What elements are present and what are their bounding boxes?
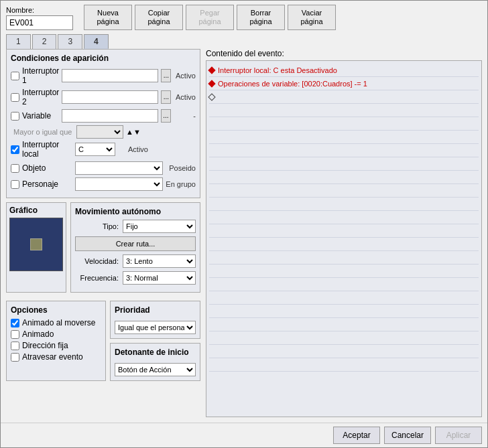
interruptor-local-label: Interruptor local: [22, 140, 72, 159]
tabs-bar: 1 2 3 4: [1, 30, 487, 49]
tab-3[interactable]: 3: [58, 34, 82, 49]
interruptor1-dots-button[interactable]: ...: [161, 69, 171, 82]
interruptor2-row: Interruptor 2 ... Activo: [11, 88, 196, 106]
detonante-select[interactable]: Botón de Acción Al contacto con el jugad…: [115, 363, 196, 376]
bottom-sections: Gráfico Movimiento autónomo Tipo: Fijo A…: [6, 202, 200, 293]
tipo-select[interactable]: Fijo Aleatorio Vertical Horizontal: [123, 220, 196, 233]
crear-ruta-button[interactable]: Crear ruta...: [75, 236, 196, 251]
diamond-icon-2: [208, 80, 215, 87]
empty-row-2: [209, 117, 479, 131]
animado-al-moverse-row: Animado al moverse: [11, 318, 101, 327]
aplicar-button[interactable]: Aplicar: [435, 427, 482, 444]
prioridad-select[interactable]: Igual que el personaje Debajo del person…: [115, 321, 196, 334]
empty-row-18: [209, 331, 479, 345]
pegar-pagina-button[interactable]: Pegarpágina: [186, 5, 234, 30]
objeto-select[interactable]: [75, 161, 163, 175]
empty-row-5: [209, 157, 479, 171]
content-title: Contenido del evento:: [206, 49, 482, 58]
variable-dash: -: [174, 112, 196, 120]
nombre-section: Nombre:: [6, 6, 73, 30]
content-box[interactable]: Interruptor local: C esta Desactivado Op…: [206, 60, 482, 417]
empty-row-7: [209, 184, 479, 198]
tab-2[interactable]: 2: [32, 34, 57, 49]
lower-row: Opciones Animado al moverse Animado Dire…: [6, 301, 200, 381]
content-item-2[interactable]: Operaciones de variable: [0020:Cuadros] …: [209, 77, 479, 90]
mayor-select[interactable]: [76, 125, 123, 139]
empty-row-13: [209, 265, 479, 278]
personaje-checkbox[interactable]: [11, 180, 19, 189]
empty-row-15: [209, 291, 479, 305]
top-bar: Nombre: Nuevapágina Copiarpágina Pegarpá…: [1, 1, 487, 30]
graphic-canvas[interactable]: [9, 218, 63, 271]
copiar-pagina-button[interactable]: Copiarpágina: [135, 5, 183, 30]
variable-input[interactable]: [62, 109, 158, 123]
empty-row-12: [209, 251, 479, 265]
personaje-select[interactable]: [75, 177, 163, 191]
objeto-checkbox[interactable]: [11, 164, 19, 173]
interruptor-local-activo: Activo: [118, 145, 148, 153]
empty-row-9: [209, 211, 479, 224]
interruptor2-activo: Activo: [174, 93, 196, 101]
interruptor1-activo: Activo: [174, 72, 196, 80]
personaje-en-grupo: En grupo: [166, 180, 196, 188]
empty-row-14: [209, 278, 479, 291]
objeto-row: Objeto Poseido: [11, 161, 196, 175]
aceptar-button[interactable]: Aceptar: [333, 427, 380, 444]
animado-al-moverse-checkbox[interactable]: [11, 319, 19, 327]
velocidad-row: Velocidad: 3: Lento 1: Muy lento 4: Norm…: [75, 254, 196, 268]
animado-checkbox[interactable]: [11, 330, 19, 339]
interruptor-local-checkbox[interactable]: [11, 145, 19, 154]
frecuencia-label: Frecuencia:: [75, 274, 119, 282]
empty-row-8: [209, 198, 479, 211]
left-panel: Condiciones de aparición Interruptor 1 .…: [6, 49, 200, 417]
variable-dots-button[interactable]: ...: [161, 109, 171, 123]
tab-1[interactable]: 1: [6, 34, 31, 49]
interruptor2-dots-button[interactable]: ...: [161, 90, 171, 104]
interruptor-local-select[interactable]: C A B D: [75, 143, 115, 156]
empty-row-11: [209, 238, 479, 251]
main-window: Nombre: Nuevapágina Copiarpágina Pegarpá…: [0, 0, 488, 448]
content-item-3[interactable]: [209, 90, 479, 104]
interruptor2-input[interactable]: [62, 90, 158, 104]
interruptor1-label: Interruptor 1: [22, 66, 59, 85]
frecuencia-select[interactable]: 3: Normal 1: Mínima 5: Máxima: [123, 271, 196, 285]
vaciar-pagina-button[interactable]: Vaciarpágina: [288, 5, 336, 30]
mayor-row: Mayor o igual que ▲▼: [13, 125, 196, 139]
atravesar-evento-label: Atravesar evento: [22, 352, 83, 362]
nombre-label: Nombre:: [6, 6, 73, 14]
conditions-title: Condiciones de aparición: [11, 54, 196, 63]
interruptor1-input[interactable]: [62, 69, 158, 82]
personaje-row: Personaje En grupo: [11, 177, 196, 191]
variable-label: Variable: [22, 111, 59, 121]
opciones-title: Opciones: [11, 305, 101, 315]
personaje-label: Personaje: [22, 179, 72, 189]
direccion-fija-checkbox[interactable]: [11, 342, 19, 350]
tab-4[interactable]: 4: [84, 34, 109, 49]
variable-row: Variable ... -: [11, 109, 196, 123]
content-item-1[interactable]: Interruptor local: C esta Desactivado: [209, 64, 479, 77]
direccion-fija-label: Dirección fija: [22, 341, 68, 350]
cancelar-button[interactable]: Cancelar: [384, 427, 431, 444]
diamond-icon-1: [208, 66, 215, 74]
atravesar-evento-checkbox[interactable]: [11, 353, 19, 362]
interruptor2-label: Interruptor 2: [22, 88, 59, 106]
conditions-section: Condiciones de aparición Interruptor 1 .…: [6, 49, 200, 198]
empty-row-17: [209, 318, 479, 331]
empty-row-20: [209, 358, 479, 372]
diamond-icon-3: [208, 93, 215, 100]
nombre-input[interactable]: [6, 15, 73, 30]
velocidad-select[interactable]: 3: Lento 1: Muy lento 4: Normal: [123, 254, 196, 268]
graphic-sprite: [30, 238, 42, 250]
variable-checkbox[interactable]: [11, 112, 19, 121]
animado-row: Animado: [11, 329, 101, 339]
direccion-fija-row: Dirección fija: [11, 341, 101, 350]
right-panel: Contenido del evento: Interruptor local:…: [206, 49, 482, 417]
borrar-pagina-button[interactable]: Borrarpágina: [237, 5, 285, 30]
interruptor2-checkbox[interactable]: [11, 93, 19, 102]
nueva-pagina-button[interactable]: Nuevapágina: [84, 5, 132, 30]
opciones-section: Opciones Animado al moverse Animado Dire…: [6, 301, 106, 381]
tipo-label: Tipo:: [75, 222, 119, 230]
empty-row-4: [209, 144, 479, 157]
interruptor1-checkbox[interactable]: [11, 72, 19, 80]
objeto-label: Objeto: [22, 163, 72, 173]
